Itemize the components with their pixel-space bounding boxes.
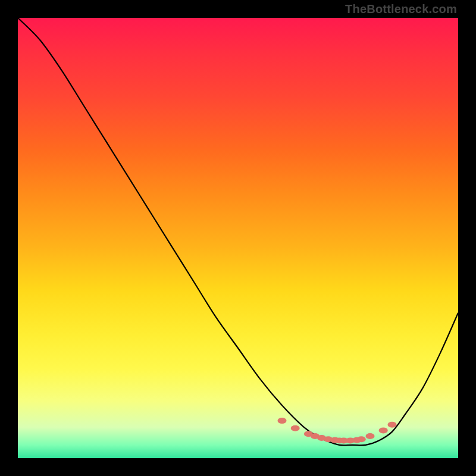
plot-area bbox=[18, 18, 458, 458]
bottleneck-curve bbox=[18, 18, 458, 445]
watermark-text: TheBottleneck.com bbox=[345, 2, 457, 16]
marker-dot bbox=[379, 427, 388, 433]
marker-dot bbox=[388, 422, 397, 428]
marker-dot bbox=[366, 433, 375, 439]
marker-dot bbox=[278, 418, 287, 424]
optimal-range-markers bbox=[278, 418, 397, 443]
marker-dot bbox=[357, 436, 366, 442]
curve-svg bbox=[18, 18, 458, 458]
chart-frame: TheBottleneck.com bbox=[0, 0, 476, 476]
marker-dot bbox=[291, 425, 300, 431]
